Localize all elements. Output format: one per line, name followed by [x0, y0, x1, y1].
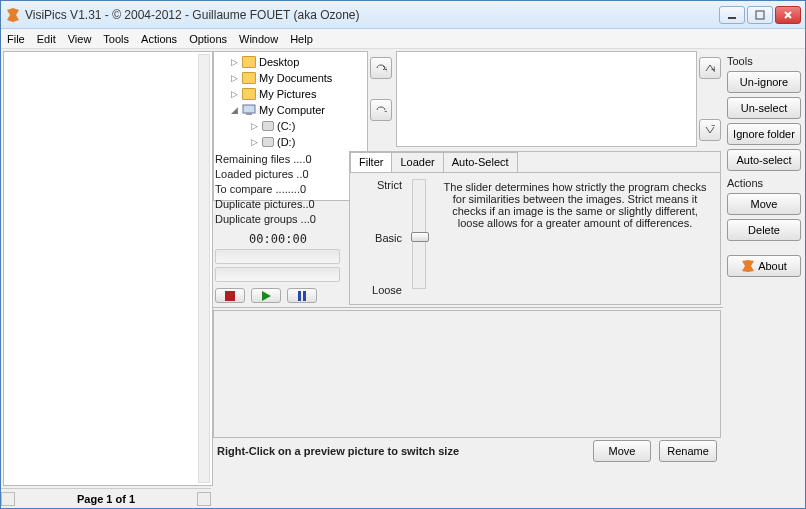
slider-thumb[interactable]: [411, 232, 429, 242]
filter-description: The slider determines how strictly the p…: [436, 179, 714, 296]
slider-label-loose: Loose: [356, 284, 402, 296]
page-indicator: Page 1 of 1: [23, 493, 189, 505]
expand-icon[interactable]: ▷: [230, 90, 239, 99]
svg-rect-3: [246, 113, 252, 115]
svg-text:−: −: [384, 105, 387, 116]
svg-rect-8: [225, 291, 235, 301]
stat-duplicate-groups: Duplicate groups ...0: [215, 213, 341, 228]
titlebar: VisiPics V1.31 - © 2004-2012 - Guillaume…: [1, 1, 805, 29]
drive-icon: [262, 121, 274, 131]
tree-item-mydocs[interactable]: ▷My Documents: [216, 70, 365, 86]
app-window: VisiPics V1.31 - © 2004-2012 - Guillaume…: [0, 0, 806, 509]
svg-rect-9: [298, 291, 301, 301]
page-bar: Page 1 of 1: [1, 488, 211, 508]
slider-label-basic: Basic: [356, 232, 402, 244]
preview-move-button[interactable]: Move: [593, 440, 651, 462]
scrollbar[interactable]: [198, 54, 210, 483]
app-icon: [5, 7, 21, 23]
menu-edit[interactable]: Edit: [37, 33, 56, 45]
svg-rect-2: [243, 105, 255, 113]
expand-icon[interactable]: ▷: [250, 138, 259, 147]
menu-help[interactable]: Help: [290, 33, 313, 45]
expand-icon[interactable]: ▷: [230, 74, 239, 83]
tree-item-mycomputer[interactable]: ◢My Computer: [216, 102, 365, 118]
tools-label: Tools: [727, 55, 801, 67]
close-button[interactable]: [775, 6, 801, 24]
preview-area[interactable]: [213, 310, 721, 438]
stat-loaded: Loaded pictures ..0: [215, 168, 341, 183]
about-button[interactable]: About: [727, 255, 801, 277]
strictness-slider[interactable]: [412, 179, 426, 289]
tab-autoselect[interactable]: Auto-Select: [443, 152, 518, 172]
folder-icon: [242, 88, 256, 100]
play-button[interactable]: [251, 288, 281, 303]
stat-remaining: Remaining files ....0: [215, 153, 341, 168]
menu-options[interactable]: Options: [189, 33, 227, 45]
tree-item-desktop[interactable]: ▷Desktop: [216, 54, 365, 70]
menu-tools[interactable]: Tools: [103, 33, 129, 45]
fox-icon: [741, 259, 755, 273]
slider-label-strict: Strict: [356, 179, 402, 191]
computer-icon: [242, 104, 256, 116]
minimize-button[interactable]: [719, 6, 745, 24]
unselect-button[interactable]: Un-select: [727, 97, 801, 119]
stats-panel: Remaining files ....0 Loaded pictures ..…: [213, 151, 343, 305]
stop-button[interactable]: [215, 288, 245, 303]
svg-rect-10: [303, 291, 306, 301]
include-subfolders-button[interactable]: +: [699, 57, 721, 79]
results-list[interactable]: [3, 51, 213, 486]
status-text: Right-Click on a preview picture to swit…: [217, 445, 585, 457]
svg-text:+: +: [711, 63, 715, 73]
remove-path-button[interactable]: −: [370, 99, 392, 121]
move-button[interactable]: Move: [727, 193, 801, 215]
menu-actions[interactable]: Actions: [141, 33, 177, 45]
autoselect-button[interactable]: Auto-select: [727, 149, 801, 171]
page-prev-button[interactable]: [1, 492, 15, 506]
tree-item-drive-c[interactable]: ▷(C:): [216, 118, 365, 134]
tab-loader[interactable]: Loader: [391, 152, 443, 172]
collapse-icon[interactable]: ◢: [230, 106, 239, 115]
folder-icon: [242, 56, 256, 68]
menu-view[interactable]: View: [68, 33, 92, 45]
tab-filter[interactable]: Filter: [350, 152, 392, 172]
tree-item-mypics[interactable]: ▷My Pictures: [216, 86, 365, 102]
stat-duplicate-pics: Duplicate pictures..0: [215, 198, 341, 213]
page-next-button[interactable]: [197, 492, 211, 506]
svg-text:−: −: [711, 125, 715, 131]
svg-text:+: +: [384, 63, 387, 74]
delete-button[interactable]: Delete: [727, 219, 801, 241]
menu-file[interactable]: File: [7, 33, 25, 45]
drive-icon: [262, 137, 274, 147]
unignore-button[interactable]: Un-ignore: [727, 71, 801, 93]
progress-bar-2: [215, 267, 340, 282]
tree-item-drive-d[interactable]: ▷(D:): [216, 134, 365, 150]
settings-tabs: Filter Loader Auto-Select Strict Basic L…: [349, 151, 721, 305]
selected-folders-list[interactable]: [396, 51, 697, 147]
right-panel: Tools Un-ignore Un-select Ignore folder …: [723, 49, 805, 508]
progress-bar-1: [215, 249, 340, 264]
elapsed-timer: 00:00:00: [215, 228, 341, 243]
title-text: VisiPics V1.31 - © 2004-2012 - Guillaume…: [25, 8, 719, 22]
svg-rect-1: [756, 11, 764, 19]
preview-rename-button[interactable]: Rename: [659, 440, 717, 462]
exclude-subfolders-button[interactable]: −: [699, 119, 721, 141]
folder-icon: [242, 72, 256, 84]
menu-window[interactable]: Window: [239, 33, 278, 45]
statusbar: Right-Click on a preview picture to swit…: [211, 440, 723, 462]
ignore-folder-button[interactable]: Ignore folder: [727, 123, 801, 145]
pause-button[interactable]: [287, 288, 317, 303]
svg-rect-0: [728, 17, 736, 19]
add-path-button[interactable]: +: [370, 57, 392, 79]
menubar: File Edit View Tools Actions Options Win…: [1, 29, 805, 49]
expand-icon[interactable]: ▷: [230, 58, 239, 67]
maximize-button[interactable]: [747, 6, 773, 24]
expand-icon[interactable]: ▷: [250, 122, 259, 131]
actions-label: Actions: [727, 177, 801, 189]
stat-compare: To compare ........0: [215, 183, 341, 198]
